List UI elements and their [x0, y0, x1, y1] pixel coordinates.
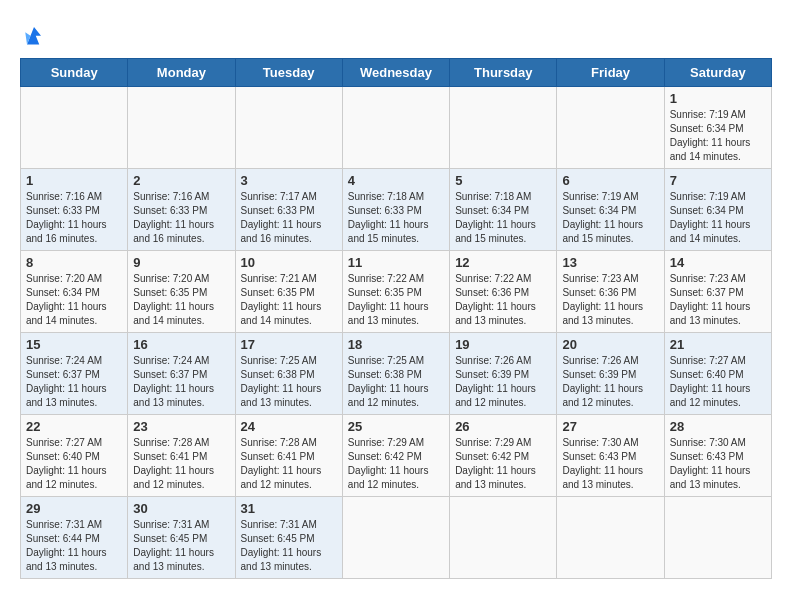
day-info: Sunrise: 7:28 AMSunset: 6:41 PMDaylight:…	[133, 436, 229, 492]
calendar-cell: 14Sunrise: 7:23 AMSunset: 6:37 PMDayligh…	[664, 251, 771, 333]
day-info: Sunrise: 7:27 AMSunset: 6:40 PMDaylight:…	[26, 436, 122, 492]
day-number: 31	[241, 501, 337, 516]
day-number: 6	[562, 173, 658, 188]
day-header-wednesday: Wednesday	[342, 59, 449, 87]
day-info: Sunrise: 7:28 AMSunset: 6:41 PMDaylight:…	[241, 436, 337, 492]
day-info: Sunrise: 7:19 AMSunset: 6:34 PMDaylight:…	[670, 190, 766, 246]
day-number: 29	[26, 501, 122, 516]
day-number: 21	[670, 337, 766, 352]
calendar-cell	[342, 87, 449, 169]
day-number: 13	[562, 255, 658, 270]
day-number: 28	[670, 419, 766, 434]
day-info: Sunrise: 7:31 AMSunset: 6:44 PMDaylight:…	[26, 518, 122, 574]
calendar-cell: 29Sunrise: 7:31 AMSunset: 6:44 PMDayligh…	[21, 497, 128, 579]
day-number: 26	[455, 419, 551, 434]
calendar-cell: 27Sunrise: 7:30 AMSunset: 6:43 PMDayligh…	[557, 415, 664, 497]
day-header-monday: Monday	[128, 59, 235, 87]
day-number: 1	[670, 91, 766, 106]
calendar-week-row: 8Sunrise: 7:20 AMSunset: 6:34 PMDaylight…	[21, 251, 772, 333]
day-info: Sunrise: 7:20 AMSunset: 6:34 PMDaylight:…	[26, 272, 122, 328]
day-header-friday: Friday	[557, 59, 664, 87]
day-info: Sunrise: 7:20 AMSunset: 6:35 PMDaylight:…	[133, 272, 229, 328]
calendar-week-row: 15Sunrise: 7:24 AMSunset: 6:37 PMDayligh…	[21, 333, 772, 415]
day-number: 25	[348, 419, 444, 434]
day-info: Sunrise: 7:16 AMSunset: 6:33 PMDaylight:…	[26, 190, 122, 246]
day-number: 8	[26, 255, 122, 270]
day-info: Sunrise: 7:18 AMSunset: 6:33 PMDaylight:…	[348, 190, 444, 246]
day-info: Sunrise: 7:25 AMSunset: 6:38 PMDaylight:…	[241, 354, 337, 410]
calendar-week-row: 1Sunrise: 7:16 AMSunset: 6:33 PMDaylight…	[21, 169, 772, 251]
logo	[20, 20, 52, 48]
day-info: Sunrise: 7:26 AMSunset: 6:39 PMDaylight:…	[455, 354, 551, 410]
day-info: Sunrise: 7:27 AMSunset: 6:40 PMDaylight:…	[670, 354, 766, 410]
calendar-week-row: 22Sunrise: 7:27 AMSunset: 6:40 PMDayligh…	[21, 415, 772, 497]
day-info: Sunrise: 7:23 AMSunset: 6:36 PMDaylight:…	[562, 272, 658, 328]
day-info: Sunrise: 7:22 AMSunset: 6:35 PMDaylight:…	[348, 272, 444, 328]
day-header-sunday: Sunday	[21, 59, 128, 87]
calendar-cell: 17Sunrise: 7:25 AMSunset: 6:38 PMDayligh…	[235, 333, 342, 415]
day-number: 16	[133, 337, 229, 352]
calendar-cell	[21, 87, 128, 169]
day-number: 4	[348, 173, 444, 188]
calendar-cell: 24Sunrise: 7:28 AMSunset: 6:41 PMDayligh…	[235, 415, 342, 497]
day-number: 30	[133, 501, 229, 516]
logo-icon	[20, 20, 48, 48]
calendar-cell	[235, 87, 342, 169]
day-number: 9	[133, 255, 229, 270]
day-info: Sunrise: 7:31 AMSunset: 6:45 PMDaylight:…	[133, 518, 229, 574]
day-number: 10	[241, 255, 337, 270]
day-number: 24	[241, 419, 337, 434]
day-number: 7	[670, 173, 766, 188]
day-info: Sunrise: 7:19 AMSunset: 6:34 PMDaylight:…	[670, 108, 766, 164]
day-number: 12	[455, 255, 551, 270]
day-number: 5	[455, 173, 551, 188]
day-number: 1	[26, 173, 122, 188]
calendar-cell: 18Sunrise: 7:25 AMSunset: 6:38 PMDayligh…	[342, 333, 449, 415]
calendar-cell	[450, 87, 557, 169]
calendar-cell: 31Sunrise: 7:31 AMSunset: 6:45 PMDayligh…	[235, 497, 342, 579]
calendar-cell: 8Sunrise: 7:20 AMSunset: 6:34 PMDaylight…	[21, 251, 128, 333]
day-info: Sunrise: 7:19 AMSunset: 6:34 PMDaylight:…	[562, 190, 658, 246]
day-number: 2	[133, 173, 229, 188]
calendar-cell: 12Sunrise: 7:22 AMSunset: 6:36 PMDayligh…	[450, 251, 557, 333]
calendar-cell	[128, 87, 235, 169]
page-header	[20, 20, 772, 48]
calendar-header-row: SundayMondayTuesdayWednesdayThursdayFrid…	[21, 59, 772, 87]
day-number: 20	[562, 337, 658, 352]
calendar-week-row: 29Sunrise: 7:31 AMSunset: 6:44 PMDayligh…	[21, 497, 772, 579]
day-header-saturday: Saturday	[664, 59, 771, 87]
calendar-cell: 6Sunrise: 7:19 AMSunset: 6:34 PMDaylight…	[557, 169, 664, 251]
day-number: 11	[348, 255, 444, 270]
calendar-cell	[664, 497, 771, 579]
calendar-cell: 3Sunrise: 7:17 AMSunset: 6:33 PMDaylight…	[235, 169, 342, 251]
day-number: 17	[241, 337, 337, 352]
calendar-cell: 15Sunrise: 7:24 AMSunset: 6:37 PMDayligh…	[21, 333, 128, 415]
day-info: Sunrise: 7:18 AMSunset: 6:34 PMDaylight:…	[455, 190, 551, 246]
calendar-cell: 20Sunrise: 7:26 AMSunset: 6:39 PMDayligh…	[557, 333, 664, 415]
calendar-cell: 7Sunrise: 7:19 AMSunset: 6:34 PMDaylight…	[664, 169, 771, 251]
calendar-cell: 10Sunrise: 7:21 AMSunset: 6:35 PMDayligh…	[235, 251, 342, 333]
day-info: Sunrise: 7:29 AMSunset: 6:42 PMDaylight:…	[348, 436, 444, 492]
day-number: 27	[562, 419, 658, 434]
day-number: 19	[455, 337, 551, 352]
day-number: 18	[348, 337, 444, 352]
day-info: Sunrise: 7:16 AMSunset: 6:33 PMDaylight:…	[133, 190, 229, 246]
calendar-cell: 9Sunrise: 7:20 AMSunset: 6:35 PMDaylight…	[128, 251, 235, 333]
calendar-cell	[557, 87, 664, 169]
day-info: Sunrise: 7:21 AMSunset: 6:35 PMDaylight:…	[241, 272, 337, 328]
calendar-cell: 25Sunrise: 7:29 AMSunset: 6:42 PMDayligh…	[342, 415, 449, 497]
day-info: Sunrise: 7:30 AMSunset: 6:43 PMDaylight:…	[562, 436, 658, 492]
day-info: Sunrise: 7:30 AMSunset: 6:43 PMDaylight:…	[670, 436, 766, 492]
calendar-cell: 19Sunrise: 7:26 AMSunset: 6:39 PMDayligh…	[450, 333, 557, 415]
calendar-cell: 26Sunrise: 7:29 AMSunset: 6:42 PMDayligh…	[450, 415, 557, 497]
day-number: 15	[26, 337, 122, 352]
day-number: 14	[670, 255, 766, 270]
calendar-cell: 13Sunrise: 7:23 AMSunset: 6:36 PMDayligh…	[557, 251, 664, 333]
calendar-cell: 22Sunrise: 7:27 AMSunset: 6:40 PMDayligh…	[21, 415, 128, 497]
calendar-cell	[342, 497, 449, 579]
calendar-cell: 1Sunrise: 7:16 AMSunset: 6:33 PMDaylight…	[21, 169, 128, 251]
day-info: Sunrise: 7:22 AMSunset: 6:36 PMDaylight:…	[455, 272, 551, 328]
calendar-cell: 28Sunrise: 7:30 AMSunset: 6:43 PMDayligh…	[664, 415, 771, 497]
day-number: 22	[26, 419, 122, 434]
calendar-cell	[557, 497, 664, 579]
